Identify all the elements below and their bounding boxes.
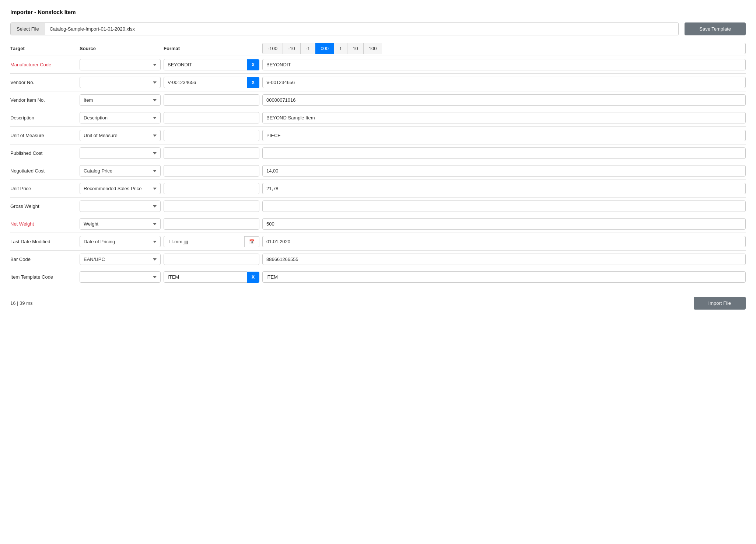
- source-select-12[interactable]: [80, 271, 161, 283]
- preview-input-9[interactable]: [262, 218, 746, 230]
- preview-input-1[interactable]: [262, 77, 746, 88]
- preview-input-8[interactable]: [262, 200, 746, 212]
- number-btn-neg1[interactable]: -1: [301, 43, 316, 54]
- number-selector: -100-10-1000110100: [262, 43, 746, 54]
- format-input-8[interactable]: [164, 200, 259, 212]
- source-select-1[interactable]: [80, 77, 161, 88]
- preview-input-3[interactable]: [262, 112, 746, 123]
- format-group-12: X: [164, 271, 259, 283]
- target-label-4: Unit of Measure: [10, 133, 77, 138]
- target-label-0: Manufacturer Code: [10, 62, 77, 67]
- number-btn-10[interactable]: 10: [347, 43, 363, 54]
- target-label-8: Gross Weight: [10, 203, 77, 209]
- number-btn-neg100[interactable]: -100: [263, 43, 283, 54]
- format-input-6[interactable]: [164, 165, 259, 177]
- preview-input-12[interactable]: [262, 271, 746, 283]
- preview-input-10[interactable]: [262, 236, 746, 247]
- table-row: Negotiated CostCatalog Price: [10, 162, 746, 179]
- format-group-0: X: [164, 59, 259, 70]
- format-clear-btn-0[interactable]: X: [247, 59, 259, 70]
- number-btn-000[interactable]: 000: [315, 43, 334, 54]
- table-row: Published Cost: [10, 144, 746, 162]
- format-calendar-btn-10[interactable]: 📅: [245, 236, 259, 247]
- target-label-7: Unit Price: [10, 186, 77, 191]
- target-label-2: Vendor Item No.: [10, 97, 77, 103]
- table-row: Net WeightWeight: [10, 215, 746, 233]
- preview-input-5[interactable]: [262, 147, 746, 159]
- source-select-0[interactable]: [80, 59, 161, 70]
- number-btn-100[interactable]: 100: [364, 43, 382, 54]
- format-input-11[interactable]: [164, 254, 259, 265]
- format-input-5[interactable]: [164, 147, 259, 159]
- target-label-1: Vendor No.: [10, 80, 77, 85]
- source-select-8[interactable]: [80, 200, 161, 212]
- table-row: Unit of MeasureUnit of Measure: [10, 126, 746, 144]
- table-row: Manufacturer CodeX: [10, 56, 746, 73]
- table-row: Vendor No.X: [10, 73, 746, 91]
- source-select-9[interactable]: Weight: [80, 218, 161, 230]
- save-template-button[interactable]: Save Template: [685, 22, 746, 35]
- source-select-3[interactable]: Description: [80, 112, 161, 123]
- format-input-2[interactable]: [164, 94, 259, 106]
- source-select-5[interactable]: [80, 147, 161, 159]
- target-label-5: Published Cost: [10, 150, 77, 156]
- preview-input-4[interactable]: [262, 130, 746, 141]
- table-row: Bar CodeEAN/UPC: [10, 250, 746, 268]
- format-input-1[interactable]: [164, 77, 247, 88]
- number-btn-neg10[interactable]: -10: [283, 43, 301, 54]
- target-label-3: Description: [10, 115, 77, 121]
- target-label-9: Net Weight: [10, 221, 77, 227]
- format-input-4[interactable]: [164, 130, 259, 141]
- format-group-1: X: [164, 77, 259, 88]
- table-row: Last Date ModifiedDate of Pricing📅: [10, 233, 746, 250]
- table-row: DescriptionDescription: [10, 109, 746, 126]
- source-select-6[interactable]: Catalog Price: [80, 165, 161, 177]
- column-header-source: Source: [80, 46, 161, 51]
- target-label-10: Last Date Modified: [10, 239, 77, 244]
- table-row: Item Template CodeX: [10, 268, 746, 286]
- preview-input-6[interactable]: [262, 165, 746, 177]
- source-select-2[interactable]: Item: [80, 94, 161, 106]
- format-clear-btn-1[interactable]: X: [247, 77, 259, 88]
- source-select-7[interactable]: Recommended Sales Price: [80, 183, 161, 194]
- column-header-format: Format: [164, 46, 259, 51]
- format-group-10: 📅: [164, 236, 259, 247]
- table-row: Vendor Item No.Item: [10, 91, 746, 109]
- target-label-6: Negotiated Cost: [10, 168, 77, 174]
- stats-text: 16 | 39 ms: [10, 300, 32, 306]
- format-input-9[interactable]: [164, 218, 259, 230]
- select-file-button[interactable]: Select File: [10, 22, 45, 35]
- format-input-3[interactable]: [164, 112, 259, 123]
- format-input-12[interactable]: [164, 271, 247, 283]
- import-file-button[interactable]: Import File: [694, 297, 746, 310]
- target-label-11: Bar Code: [10, 257, 77, 262]
- table-row: Unit PriceRecommended Sales Price: [10, 179, 746, 197]
- file-name-input[interactable]: [45, 22, 679, 35]
- column-header-target: Target: [10, 46, 77, 51]
- preview-input-2[interactable]: [262, 94, 746, 106]
- preview-input-7[interactable]: [262, 183, 746, 194]
- format-input-10[interactable]: [164, 236, 245, 247]
- source-select-11[interactable]: EAN/UPC: [80, 254, 161, 265]
- source-select-4[interactable]: Unit of Measure: [80, 130, 161, 141]
- number-btn-1[interactable]: 1: [334, 43, 347, 54]
- target-label-12: Item Template Code: [10, 274, 77, 280]
- format-input-0[interactable]: [164, 59, 247, 70]
- preview-input-0[interactable]: [262, 59, 746, 70]
- table-row: Gross Weight: [10, 197, 746, 215]
- page-title: Importer - Nonstock Item: [10, 9, 746, 15]
- source-select-10[interactable]: Date of Pricing: [80, 236, 161, 247]
- preview-input-11[interactable]: [262, 254, 746, 265]
- format-clear-btn-12[interactable]: X: [247, 272, 259, 283]
- format-input-7[interactable]: [164, 183, 259, 194]
